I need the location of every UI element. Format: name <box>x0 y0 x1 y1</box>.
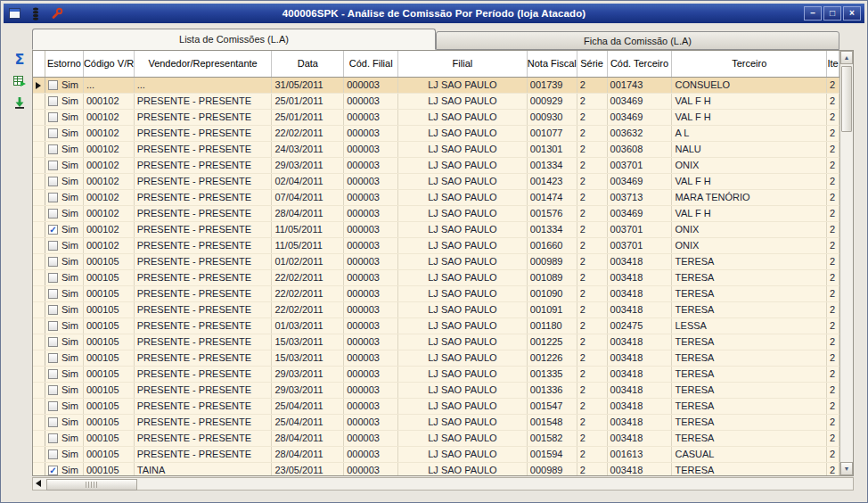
row-selector[interactable] <box>33 431 45 446</box>
column-header-terceiro[interactable]: Terceiro <box>672 51 827 77</box>
row-selector[interactable] <box>33 447 45 462</box>
estorno-checkbox[interactable] <box>48 193 58 202</box>
row-selector[interactable] <box>33 254 45 269</box>
estorno-checkbox[interactable] <box>48 401 58 411</box>
table-row[interactable]: Sim000105PRESENTE - PRESENTE28/04/201100… <box>33 431 839 447</box>
table-row[interactable]: Sim000105PRESENTE - PRESENTE01/02/201100… <box>33 254 839 270</box>
table-row[interactable]: ✓Sim000105TAINA23/05/2011000003LJ SAO PA… <box>33 463 839 475</box>
export-grid-icon[interactable] <box>11 72 29 89</box>
estorno-checkbox[interactable] <box>48 80 58 90</box>
table-row[interactable]: Sim000105PRESENTE - PRESENTE22/02/201100… <box>33 270 839 286</box>
row-selector[interactable] <box>33 190 45 205</box>
row-selector[interactable] <box>33 238 45 253</box>
title-bar[interactable]: 400006SPK - Análise de Comissão Por Perí… <box>4 4 864 23</box>
sum-icon[interactable]: Σ <box>11 51 29 68</box>
tab-lista-de-comissoes[interactable]: Lista de Comissões (L.A) <box>32 29 436 50</box>
estorno-checkbox[interactable] <box>48 337 58 347</box>
beads-icon[interactable] <box>29 6 43 21</box>
row-selector[interactable] <box>33 463 45 475</box>
row-selector[interactable] <box>33 302 45 317</box>
estorno-checkbox[interactable] <box>48 369 58 379</box>
estorno-checkbox[interactable] <box>48 112 58 122</box>
estorno-checkbox[interactable] <box>48 209 58 219</box>
vertical-scrollbar[interactable]: ▲ ▼ <box>839 51 853 475</box>
maximize-button[interactable]: □ <box>823 6 841 21</box>
close-button[interactable]: × <box>843 6 861 21</box>
wrench-icon[interactable] <box>50 6 64 21</box>
estorno-checkbox[interactable] <box>48 128 58 138</box>
table-row[interactable]: Sim000105PRESENTE - PRESENTE28/04/201100… <box>33 447 839 463</box>
estorno-checkbox[interactable] <box>48 417 58 427</box>
table-row[interactable]: Sim000102PRESENTE - PRESENTE25/01/201100… <box>33 110 839 126</box>
table-row[interactable]: Sim000105PRESENTE - PRESENTE25/04/201100… <box>33 399 839 415</box>
row-selector[interactable] <box>33 399 45 414</box>
row-selector[interactable] <box>33 174 45 189</box>
table-row[interactable]: Sim000102PRESENTE - PRESENTE28/04/201100… <box>33 206 839 222</box>
table-row[interactable]: Sim000105PRESENTE - PRESENTE25/04/201100… <box>33 415 839 431</box>
column-header-cod-filial[interactable]: Cód. Filial <box>344 51 398 77</box>
minimize-button[interactable]: – <box>804 6 822 21</box>
horizontal-scrollbar[interactable] <box>32 477 854 491</box>
table-row[interactable]: Sim000105PRESENTE - PRESENTE29/03/201100… <box>33 383 839 399</box>
column-header-data[interactable]: Data <box>272 51 344 77</box>
row-selector[interactable] <box>33 367 45 382</box>
table-row[interactable]: Sim000105PRESENTE - PRESENTE15/03/201100… <box>33 350 839 367</box>
row-selector[interactable] <box>33 110 45 125</box>
row-selector[interactable] <box>33 415 45 430</box>
estorno-checkbox[interactable] <box>48 257 58 267</box>
table-row[interactable]: Sim000102PRESENTE - PRESENTE22/02/201100… <box>33 126 839 142</box>
table-row[interactable]: Sim000105PRESENTE - PRESENTE22/02/201100… <box>33 286 839 302</box>
estorno-checkbox[interactable] <box>48 385 58 395</box>
estorno-checkbox[interactable]: ✓ <box>48 225 58 235</box>
row-selector[interactable] <box>33 270 45 285</box>
estorno-checkbox[interactable] <box>48 241 58 251</box>
column-header-codigo-vr[interactable]: Código V/R <box>84 51 135 77</box>
table-row[interactable]: Sim000102PRESENTE - PRESENTE11/05/201100… <box>33 238 839 254</box>
estorno-checkbox[interactable] <box>48 144 58 154</box>
row-selector[interactable] <box>33 158 45 173</box>
table-row[interactable]: Sim000105PRESENTE - PRESENTE01/03/201100… <box>33 318 839 334</box>
table-row[interactable]: Sim000102PRESENTE - PRESENTE24/03/201100… <box>33 142 839 158</box>
row-selector[interactable] <box>33 206 45 221</box>
column-header-nota-fiscal[interactable]: Nota Fiscal <box>528 51 577 77</box>
estorno-checkbox[interactable] <box>48 177 58 186</box>
estorno-checkbox[interactable] <box>48 353 58 363</box>
row-selector[interactable] <box>33 222 45 237</box>
tab-ficha-da-comissao[interactable]: Ficha da Comissão (L.A) <box>436 31 839 50</box>
column-header-item[interactable]: Ite <box>827 51 839 77</box>
table-row[interactable]: Sim000102PRESENTE - PRESENTE29/03/201100… <box>33 158 839 174</box>
form-icon[interactable] <box>7 6 21 21</box>
row-selector[interactable] <box>33 286 45 301</box>
column-header-vendedor[interactable]: Vendedor/Representante <box>135 51 273 77</box>
estorno-checkbox[interactable] <box>48 161 58 170</box>
estorno-checkbox[interactable] <box>48 305 58 315</box>
table-row[interactable]: Sim......31/05/2011000003LJ SAO PAULO001… <box>33 78 839 94</box>
estorno-checkbox[interactable]: ✓ <box>48 466 58 475</box>
row-selector[interactable] <box>33 318 45 334</box>
column-header-serie[interactable]: Série <box>577 51 608 77</box>
row-selector[interactable] <box>33 383 45 398</box>
row-selector[interactable] <box>33 334 45 350</box>
export-down-icon[interactable] <box>11 94 29 111</box>
table-row[interactable]: Sim000105PRESENTE - PRESENTE15/03/201100… <box>33 334 839 350</box>
estorno-checkbox[interactable] <box>48 96 58 106</box>
table-row[interactable]: Sim000105PRESENTE - PRESENTE22/02/201100… <box>33 302 839 318</box>
horizontal-scroll-thumb[interactable] <box>46 479 137 491</box>
table-row[interactable]: Sim000102PRESENTE - PRESENTE25/01/201100… <box>33 94 839 110</box>
row-selector[interactable] <box>33 350 45 366</box>
column-header-filial[interactable]: Filial <box>398 51 528 77</box>
estorno-checkbox[interactable] <box>48 433 58 443</box>
row-selector[interactable] <box>33 142 45 157</box>
row-selector[interactable] <box>33 94 45 109</box>
estorno-checkbox[interactable] <box>48 289 58 299</box>
table-row[interactable]: Sim000105PRESENTE - PRESENTE29/03/201100… <box>33 367 839 383</box>
scroll-up-icon[interactable]: ▲ <box>840 51 853 64</box>
column-header-estorno[interactable]: Estorno <box>45 51 84 77</box>
row-selector[interactable] <box>33 126 45 141</box>
estorno-checkbox[interactable] <box>48 449 58 459</box>
table-row[interactable]: ✓Sim000102PRESENTE - PRESENTE11/05/20110… <box>33 222 839 238</box>
estorno-checkbox[interactable] <box>48 273 58 283</box>
scroll-down-icon[interactable]: ▼ <box>840 462 853 475</box>
table-row[interactable]: Sim000102PRESENTE - PRESENTE07/04/201100… <box>33 190 839 206</box>
estorno-checkbox[interactable] <box>48 321 58 331</box>
